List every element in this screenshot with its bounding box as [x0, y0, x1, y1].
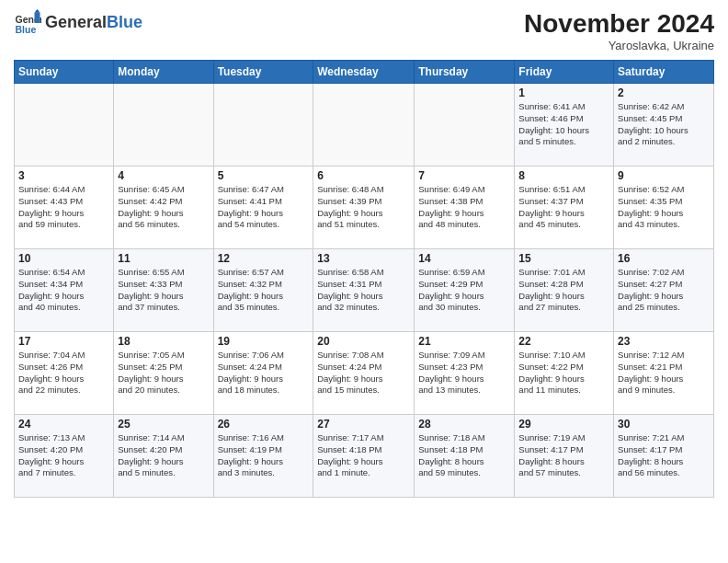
day-number: 6	[317, 169, 410, 182]
day-number: 1	[518, 86, 609, 99]
day-number: 25	[118, 418, 209, 431]
calendar-cell	[415, 84, 515, 167]
day-info: Sunrise: 6:42 AM Sunset: 4:45 PM Dayligh…	[618, 101, 710, 148]
day-number: 22	[518, 335, 609, 348]
day-info: Sunrise: 7:10 AM Sunset: 4:22 PM Dayligh…	[518, 350, 609, 396]
weekday-header-monday: Monday	[114, 61, 213, 84]
calendar-cell	[213, 84, 313, 167]
day-info: Sunrise: 7:21 AM Sunset: 4:17 PM Dayligh…	[618, 432, 710, 479]
calendar-cell: 9Sunrise: 6:52 AM Sunset: 4:35 PM Daylig…	[614, 167, 714, 249]
day-info: Sunrise: 6:54 AM Sunset: 4:34 PM Dayligh…	[18, 267, 109, 314]
day-info: Sunrise: 7:14 AM Sunset: 4:20 PM Dayligh…	[118, 432, 209, 479]
logo: General Blue GeneralBlue	[14, 9, 142, 37]
day-number: 11	[118, 252, 209, 265]
svg-marker-2	[35, 13, 40, 23]
calendar-cell: 20Sunrise: 7:08 AM Sunset: 4:24 PM Dayli…	[313, 332, 415, 415]
calendar-cell: 16Sunrise: 7:02 AM Sunset: 4:27 PM Dayli…	[614, 249, 714, 332]
day-number: 24	[18, 418, 109, 431]
calendar-cell: 22Sunrise: 7:10 AM Sunset: 4:22 PM Dayli…	[515, 332, 614, 415]
day-info: Sunrise: 6:58 AM Sunset: 4:31 PM Dayligh…	[317, 267, 410, 314]
weekday-header-tuesday: Tuesday	[213, 61, 313, 84]
day-number: 14	[418, 252, 510, 265]
day-number: 3	[18, 169, 109, 182]
calendar-cell: 25Sunrise: 7:14 AM Sunset: 4:20 PM Dayli…	[114, 415, 213, 498]
calendar-cell: 19Sunrise: 7:06 AM Sunset: 4:24 PM Dayli…	[213, 332, 313, 415]
calendar-cell: 26Sunrise: 7:16 AM Sunset: 4:19 PM Dayli…	[213, 415, 313, 498]
calendar-cell: 15Sunrise: 7:01 AM Sunset: 4:28 PM Dayli…	[515, 249, 614, 332]
day-number: 23	[618, 335, 710, 348]
day-info: Sunrise: 7:04 AM Sunset: 4:26 PM Dayligh…	[18, 350, 109, 396]
calendar-cell	[313, 84, 415, 167]
day-info: Sunrise: 6:51 AM Sunset: 4:37 PM Dayligh…	[518, 184, 609, 231]
day-number: 7	[418, 169, 510, 182]
day-info: Sunrise: 7:16 AM Sunset: 4:19 PM Dayligh…	[218, 432, 310, 479]
day-info: Sunrise: 6:47 AM Sunset: 4:41 PM Dayligh…	[218, 184, 310, 231]
day-number: 5	[218, 169, 310, 182]
day-info: Sunrise: 6:49 AM Sunset: 4:38 PM Dayligh…	[418, 184, 510, 231]
day-number: 28	[418, 418, 510, 431]
day-number: 29	[518, 418, 609, 431]
calendar-week-row: 10Sunrise: 6:54 AM Sunset: 4:34 PM Dayli…	[15, 249, 714, 332]
day-info: Sunrise: 7:02 AM Sunset: 4:27 PM Dayligh…	[618, 267, 710, 314]
day-info: Sunrise: 6:57 AM Sunset: 4:32 PM Dayligh…	[218, 267, 310, 314]
weekday-header-sunday: Sunday	[15, 61, 114, 84]
weekday-header-row: SundayMondayTuesdayWednesdayThursdayFrid…	[15, 61, 714, 84]
calendar-cell: 5Sunrise: 6:47 AM Sunset: 4:41 PM Daylig…	[213, 167, 313, 249]
calendar-cell: 14Sunrise: 6:59 AM Sunset: 4:29 PM Dayli…	[415, 249, 515, 332]
calendar-cell: 30Sunrise: 7:21 AM Sunset: 4:17 PM Dayli…	[614, 415, 714, 498]
calendar-cell	[114, 84, 213, 167]
weekday-header-wednesday: Wednesday	[313, 61, 415, 84]
calendar-cell	[15, 84, 114, 167]
title-block: November 2024 Yaroslavka, Ukraine	[524, 9, 714, 52]
day-info: Sunrise: 6:48 AM Sunset: 4:39 PM Dayligh…	[317, 184, 410, 231]
calendar-header: SundayMondayTuesdayWednesdayThursdayFrid…	[15, 61, 714, 84]
weekday-header-friday: Friday	[515, 61, 614, 84]
calendar-cell: 2Sunrise: 6:42 AM Sunset: 4:45 PM Daylig…	[614, 84, 714, 167]
svg-marker-3	[35, 9, 40, 13]
calendar-cell: 1Sunrise: 6:41 AM Sunset: 4:46 PM Daylig…	[515, 84, 614, 167]
calendar-week-row: 17Sunrise: 7:04 AM Sunset: 4:26 PM Dayli…	[15, 332, 714, 415]
day-info: Sunrise: 7:06 AM Sunset: 4:24 PM Dayligh…	[218, 350, 310, 396]
day-number: 27	[317, 418, 410, 431]
calendar-cell: 13Sunrise: 6:58 AM Sunset: 4:31 PM Dayli…	[313, 249, 415, 332]
day-info: Sunrise: 7:18 AM Sunset: 4:18 PM Dayligh…	[418, 432, 510, 479]
logo-general-text: General	[45, 13, 107, 31]
calendar-cell: 24Sunrise: 7:13 AM Sunset: 4:20 PM Dayli…	[15, 415, 114, 498]
day-info: Sunrise: 7:01 AM Sunset: 4:28 PM Dayligh…	[518, 267, 609, 314]
day-info: Sunrise: 7:08 AM Sunset: 4:24 PM Dayligh…	[317, 350, 410, 396]
day-info: Sunrise: 7:19 AM Sunset: 4:17 PM Dayligh…	[518, 432, 609, 479]
day-number: 18	[118, 335, 209, 348]
day-number: 4	[118, 169, 209, 182]
calendar-cell: 17Sunrise: 7:04 AM Sunset: 4:26 PM Dayli…	[15, 332, 114, 415]
day-number: 17	[18, 335, 109, 348]
month-title: November 2024	[524, 9, 714, 39]
calendar-cell: 7Sunrise: 6:49 AM Sunset: 4:38 PM Daylig…	[415, 167, 515, 249]
day-number: 13	[317, 252, 410, 265]
day-info: Sunrise: 6:55 AM Sunset: 4:33 PM Dayligh…	[118, 267, 209, 314]
page-header: General Blue GeneralBlue November 2024 Y…	[14, 9, 714, 52]
day-number: 19	[218, 335, 310, 348]
calendar-cell: 27Sunrise: 7:17 AM Sunset: 4:18 PM Dayli…	[313, 415, 415, 498]
day-number: 9	[618, 169, 710, 182]
day-number: 16	[618, 252, 710, 265]
calendar-cell: 8Sunrise: 6:51 AM Sunset: 4:37 PM Daylig…	[515, 167, 614, 249]
calendar-cell: 12Sunrise: 6:57 AM Sunset: 4:32 PM Dayli…	[213, 249, 313, 332]
day-number: 2	[618, 86, 710, 99]
logo-icon: General Blue	[14, 9, 41, 37]
day-info: Sunrise: 7:05 AM Sunset: 4:25 PM Dayligh…	[118, 350, 209, 396]
day-info: Sunrise: 7:09 AM Sunset: 4:23 PM Dayligh…	[418, 350, 510, 396]
day-info: Sunrise: 6:59 AM Sunset: 4:29 PM Dayligh…	[418, 267, 510, 314]
calendar-cell: 23Sunrise: 7:12 AM Sunset: 4:21 PM Dayli…	[614, 332, 714, 415]
day-info: Sunrise: 6:44 AM Sunset: 4:43 PM Dayligh…	[18, 184, 109, 231]
calendar-cell: 18Sunrise: 7:05 AM Sunset: 4:25 PM Dayli…	[114, 332, 213, 415]
calendar-cell: 10Sunrise: 6:54 AM Sunset: 4:34 PM Dayli…	[15, 249, 114, 332]
calendar-table: SundayMondayTuesdayWednesdayThursdayFrid…	[14, 60, 714, 498]
calendar-cell: 3Sunrise: 6:44 AM Sunset: 4:43 PM Daylig…	[15, 167, 114, 249]
day-number: 20	[317, 335, 410, 348]
calendar-week-row: 3Sunrise: 6:44 AM Sunset: 4:43 PM Daylig…	[15, 167, 714, 249]
weekday-header-thursday: Thursday	[415, 61, 515, 84]
calendar-cell: 6Sunrise: 6:48 AM Sunset: 4:39 PM Daylig…	[313, 167, 415, 249]
calendar-week-row: 1Sunrise: 6:41 AM Sunset: 4:46 PM Daylig…	[15, 84, 714, 167]
calendar-body: 1Sunrise: 6:41 AM Sunset: 4:46 PM Daylig…	[15, 84, 714, 498]
calendar-cell: 4Sunrise: 6:45 AM Sunset: 4:42 PM Daylig…	[114, 167, 213, 249]
